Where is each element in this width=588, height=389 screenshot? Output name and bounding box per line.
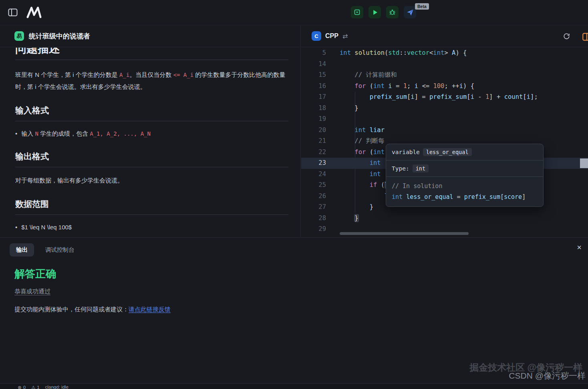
code-token: } <box>340 104 358 112</box>
layout-split-button[interactable] <box>582 32 588 44</box>
close-panel-icon[interactable]: × <box>577 243 582 251</box>
code-token: less_or_equal <box>406 193 453 201</box>
run-button[interactable] <box>369 6 381 18</box>
marscode-logo[interactable] <box>25 6 43 18</box>
code-token: } <box>340 203 373 211</box>
problem-panel: 易 统计班级中的说谎者 问题描述 班里有 N 个学生，第 i 个学生的分数是 A… <box>0 25 301 237</box>
range-list: • $1 \leq N \leq 100$ • $0 \leq A_i \leq… <box>15 222 288 237</box>
result-subtitle: 恭喜成功通过 <box>14 288 50 295</box>
code-token: int <box>370 159 381 166</box>
code-line-15[interactable]: 15 // 计算前缀和 <box>301 70 588 81</box>
switch-language-icon[interactable]: ⇄ <box>342 32 348 40</box>
code-token <box>340 93 370 100</box>
paper-plane-icon <box>406 8 414 16</box>
code-line-16[interactable]: 16 for (int i = 1; i <= 100; ++i) { <box>301 81 588 92</box>
code-line-content[interactable]: prefix_sum[i] = prefix_sum[i - 1] + coun… <box>326 92 538 103</box>
code-token: int <box>392 193 403 201</box>
tooltip-code-comment: // In solution <box>392 181 538 192</box>
problems-warnings[interactable]: ⚠ 1 <box>31 385 40 389</box>
code-line-content[interactable]: int liar <box>326 125 385 136</box>
code-line-content[interactable]: int solution(std::vector<int> A) { <box>326 48 467 59</box>
code-token: i <box>388 82 392 90</box>
code-token: ]; <box>530 93 538 100</box>
line-number[interactable]: 21 <box>301 136 326 147</box>
code-token: for <box>354 82 366 90</box>
line-number[interactable]: 28 <box>301 213 326 224</box>
line-number[interactable]: 26 <box>301 191 326 202</box>
status-bar: ⊗ 0 ⚠ 1 clangd: idle <box>0 383 588 389</box>
code-line-content[interactable] <box>326 59 340 70</box>
panel-layout-icon <box>8 8 18 16</box>
top-bar: Beta <box>0 0 588 25</box>
code-line-5[interactable]: 5int solution(std::vector<int> A) { <box>301 48 588 59</box>
code-line-content[interactable]: int <box>326 169 381 180</box>
code-line-content[interactable]: } <box>326 103 358 114</box>
feedback-link[interactable]: 请点此链接反馈 <box>129 306 171 313</box>
submit-button[interactable] <box>404 6 416 18</box>
range-text: $1 \leq N \leq 100$ <box>21 222 72 233</box>
code-token: [ <box>523 93 526 100</box>
code-line-28[interactable]: 28 } <box>301 213 588 224</box>
code-line-19[interactable]: 19 <box>301 114 588 125</box>
reset-code-button[interactable] <box>563 32 570 42</box>
problem-description: 班里有 N 个学生，第 i 个学生的分数是 A_i。当且仅当分数 <= A_i … <box>15 69 288 93</box>
tooltip-kind-row: variable less_or_equal <box>386 144 543 160</box>
line-number[interactable]: 27 <box>301 202 326 213</box>
input-format-text: 输入 N 学生的成绩，包含 A_1, A_2, ..., A_N <box>21 128 151 139</box>
inline-code: <= A_i <box>173 72 193 78</box>
problems-errors[interactable]: ⊗ 0 <box>18 385 26 389</box>
code-token: int <box>373 82 385 90</box>
code-token <box>340 215 354 222</box>
code-token: int <box>354 126 366 134</box>
code-line-content[interactable]: for (int i = 1; i <= 100; ++i) { <box>326 81 474 92</box>
code-token: i <box>471 93 474 100</box>
line-number[interactable]: 24 <box>301 169 326 180</box>
build-button[interactable] <box>351 6 363 18</box>
code-line-17[interactable]: 17 prefix_sum[i] = prefix_sum[i - 1] + c… <box>301 92 588 103</box>
horizontal-scrollbar-thumb[interactable] <box>340 232 469 235</box>
code-token: [ <box>407 93 411 100</box>
section-heading-output: 输出格式 <box>15 151 288 162</box>
code-token: int <box>373 148 385 156</box>
code-line-content[interactable] <box>326 224 340 235</box>
code-line-content[interactable]: int <box>326 158 381 169</box>
code-line-20[interactable]: 20 int liar <box>301 125 588 136</box>
lsp-status[interactable]: clangd: idle <box>45 385 68 389</box>
line-number[interactable]: 18 <box>301 103 326 114</box>
line-number[interactable]: 23 <box>301 158 326 169</box>
code-line-content[interactable] <box>326 114 340 125</box>
tab-debug-console[interactable]: 调试控制台 <box>45 246 75 254</box>
line-number[interactable]: 17 <box>301 92 326 103</box>
code-token: [ <box>500 193 504 201</box>
code-line-content[interactable]: // 计算前缀和 <box>326 70 397 81</box>
line-number[interactable]: 19 <box>301 114 326 125</box>
line-number[interactable]: 15 <box>301 70 326 81</box>
warning-count: 1 <box>37 385 39 389</box>
code-line-content[interactable]: for (int <box>326 147 385 158</box>
code-token: i <box>527 93 530 100</box>
code-token <box>340 192 385 200</box>
code-editor[interactable]: 5int solution(std::vector<int> A) {1415 … <box>301 48 588 237</box>
line-number[interactable]: 25 <box>301 180 326 191</box>
code-line-content[interactable]: // 判断每 <box>326 136 385 147</box>
line-number[interactable]: 20 <box>301 125 326 136</box>
code-token: solution <box>354 49 385 56</box>
debug-button[interactable] <box>386 6 399 18</box>
tab-output[interactable]: 输出 <box>10 243 34 257</box>
line-number[interactable]: 22 <box>301 147 326 158</box>
line-number[interactable]: 16 <box>301 81 326 92</box>
code-token: // 判断每 <box>354 137 385 144</box>
code-line-18[interactable]: 18 } <box>301 103 588 114</box>
code-token: ( <box>385 49 388 56</box>
code-token: int <box>340 49 351 56</box>
code-line-content[interactable]: } <box>326 213 358 224</box>
sidebar-toggle-button[interactable] <box>8 8 18 16</box>
line-number[interactable]: 14 <box>301 59 326 70</box>
tooltip-code-line: int less_or_equal = prefix_sum[score] <box>392 192 538 203</box>
code-line-content[interactable]: } <box>326 202 373 213</box>
line-number[interactable]: 5 <box>301 48 326 59</box>
cpp-language-icon: C <box>312 31 321 41</box>
code-line-14[interactable]: 14 <box>301 59 588 70</box>
code-token: = <box>392 82 403 90</box>
line-number[interactable]: 29 <box>301 224 326 235</box>
